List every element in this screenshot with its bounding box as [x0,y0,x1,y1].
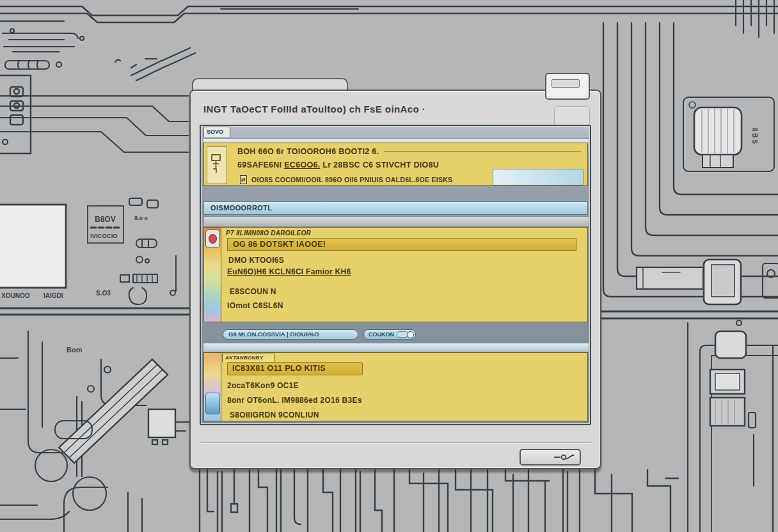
right-mid-components [637,260,778,304]
board-label-small: 8.o o [134,215,148,221]
toggle-knob-icon [407,331,414,338]
blue-separator-bar [203,343,589,352]
panel3-row3: S8OIIIGRDN 9CONLIUN [230,411,319,419]
panel1-line3: OIO8S COCOMI/OOIL 896O OII6 PNIUIS OALD6… [251,176,452,184]
record-dot-icon [209,234,217,244]
panel1-line1-row: BOH 66O 6r TOIOOROH6 BOOTI2 6. [237,147,581,156]
board-label-so3: S.O3 [96,290,111,297]
rainbow-strip-2 [204,353,221,421]
bottom-left-traces [0,331,146,532]
capacitor-side-label: 8 B S [751,128,758,144]
panel2-row2-link[interactable]: EuN6O)H6 KCLN6CI Famior KH6 [227,267,351,276]
close-button[interactable] [554,106,590,127]
capacitor-component [683,97,774,171]
dialog-clip [545,73,590,100]
board-label-iaigdi: IAIGDI [44,292,63,299]
bottom-left-chip [148,409,189,444]
panel1-line2-prefix: 69SAFE6NI [237,160,284,169]
passive-components [120,198,176,304]
left-chip [0,205,66,288]
content-tab[interactable]: SOVO [203,127,230,137]
device-icon [207,146,227,184]
chip-label-1: B8OV [95,215,116,224]
checkbox[interactable]: И [240,175,247,184]
info-bar[interactable]: OISMOOORROTL [203,201,588,215]
right-lower-components [688,320,778,532]
rainbow-strip [204,228,221,322]
footer-divider [201,442,591,444]
left-connector [0,75,31,153]
pill-component [5,61,61,69]
blue-slider-button[interactable] [205,393,220,414]
record-button[interactable] [205,230,220,248]
panel3-row2: 8onr OT6onL. IM9886ed 2O16 B3Es [227,396,362,405]
panel1-rule [384,152,581,152]
panel1-line2: 69SAFE6NI EC6OO6. Lr 28BSC C6 STIVCHT DI… [237,160,439,169]
panel2-row4: IOmot C6SL6N [227,301,283,310]
gray-separator-bar [203,216,589,227]
panel1-blue-button[interactable] [493,169,584,185]
toolbar-toggle-pill[interactable]: COUKON [363,329,416,340]
right-nested-traces [603,23,778,297]
panel3-tab[interactable]: AKTANBONBY [222,354,274,362]
toolbar-status-bar[interactable]: G9 MLON.COSSVIA | OIOU6%O [223,329,358,340]
lever-icon [553,453,575,462]
panel2-highlight-row[interactable]: OG 86 DOTSKT IAOOE! [227,238,576,251]
panel2-row1: DMO KTOOI6S [228,256,284,265]
panel3-input-box[interactable]: IC83X81 O11 PLO KITIS [227,362,363,375]
panel3-row1: 2ocaT6Kon9 OC1E [227,381,299,390]
toolbar-toggle-label: COUKON [369,331,394,339]
stepped-traces [0,96,188,152]
panel1-line3-row: И OIO8S COCOMI/OOIL 896O OII6 PNIUIS OAL… [240,175,452,184]
panel-middle-yellow: P7 8LIMN08O DAROILEOR OG 86 DOTSKT IAOOE… [203,227,588,322]
panel-bottom-yellow: AKTANBONBY IC83X81 O11 PLO KITIS 2ocaT6K… [203,352,588,421]
dialog-frame: INGT TaOeCT FoIIId aToultoo) ch FsE oinA… [189,90,601,469]
panel2-row3: E8SCOUN N [230,287,276,296]
left-trace-cluster [3,29,195,81]
top-traces [0,6,778,22]
panel1-line2-suffix: Lr 28BSC C6 STIVCHT DIO8U [320,160,439,169]
dialog-window: INGT TaOeCT FoIIId aToultoo) ch FsE oinA… [189,90,601,469]
panel2-header: P7 8LIMN08O DAROILEOR [226,230,311,237]
clip-slot [552,79,580,88]
board-label-xounoo: XOUNOO [1,292,30,299]
chip-label-2: IVICOCIO [90,232,118,239]
board-label-bom: Bom [67,346,83,354]
screenshot-root: B8OV IVICOCIO XOUNOO IAIGDI S.O3 8.o o B… [0,0,778,532]
panel1-link[interactable]: EC6OO6. [284,160,320,169]
content-area: SOVO BOH 66O 6r TOIOOROH6 BOOTI2 6. [200,125,591,425]
panel1-line1: BOH 66O 6r TOIOOROH6 BOOTI2 6. [237,147,379,156]
dialog-title: INGT TaOeCT FoIIId aToultoo) ch FsE oinA… [203,104,425,114]
footer-button[interactable] [520,449,581,465]
panel-top-yellow: BOH 66O 6r TOIOOROH6 BOOTI2 6. 69SAFE6NI… [203,143,588,186]
